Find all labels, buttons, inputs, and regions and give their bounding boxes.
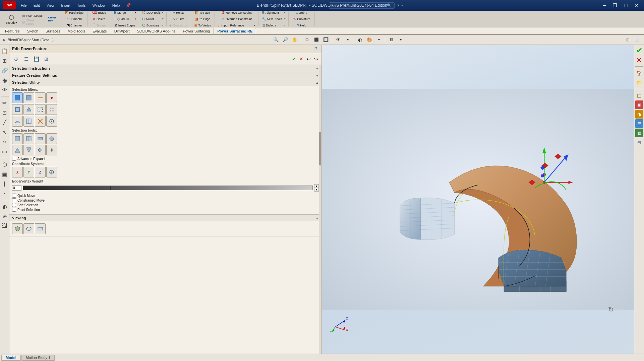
help-button[interactable]: ? Help	[290, 22, 313, 28]
restore-button[interactable]: ❐	[610, 2, 620, 9]
weight-input[interactable]	[12, 185, 21, 191]
filter-pattern-btn[interactable]	[46, 104, 57, 115]
tab-model[interactable]: Model	[1, 355, 21, 361]
color-button[interactable]: 🎨	[365, 36, 374, 44]
filter-body-btn[interactable]	[12, 104, 23, 115]
select-tool-6[interactable]	[23, 145, 34, 155]
table-icon-right[interactable]: ⊞	[635, 138, 643, 147]
select-tool-5[interactable]	[12, 145, 23, 155]
chart-icon-right[interactable]: ▣	[635, 100, 643, 109]
boundary-dropdown-icon[interactable]: ▾	[162, 24, 164, 27]
filter-edge2-btn[interactable]	[35, 116, 46, 127]
viewport[interactable]: Z X Y ↻	[322, 45, 634, 354]
select-tool-8[interactable]	[46, 145, 57, 155]
select-tool-4[interactable]	[46, 133, 57, 144]
config-manager-icon[interactable]: 🔗	[1, 66, 9, 75]
mirror-button[interactable]: ⊟ Mirror ▾	[141, 16, 165, 22]
sketch-icon-strip[interactable]: ✏	[1, 98, 9, 107]
view-flat-btn[interactable]	[35, 223, 46, 234]
chamfer-button[interactable]: ◥ Chamfer	[63, 22, 86, 28]
filter-ring-btn[interactable]	[46, 116, 57, 127]
alignment-button[interactable]: ⊞ Alignment ▾	[260, 11, 287, 16]
bridge-button[interactable]: ⌒ Bridge	[89, 22, 109, 28]
coord-x-btn[interactable]: X	[12, 167, 23, 177]
weight-bar[interactable]	[23, 186, 313, 190]
zoom-area-button[interactable]: 🔎	[281, 36, 290, 44]
dim-xpert-manager-icon[interactable]: ◉	[1, 75, 9, 85]
extrude-button[interactable]: ⬡ Extrude▾	[3, 13, 20, 25]
feature-creation-settings-header[interactable]: Feature Creation Settings ▼	[9, 72, 321, 79]
title-insert-menu[interactable]: Insert	[59, 3, 72, 8]
color-dropdown[interactable]: ▾	[374, 36, 383, 44]
tab-features[interactable]: Features	[1, 28, 23, 34]
quadricize-button[interactable]: ◈ Quadricize	[168, 22, 188, 28]
weight-up-btn[interactable]: ▲	[314, 184, 319, 188]
rect-icon[interactable]: ▭	[1, 147, 9, 156]
quad-fill-button[interactable]: ⊞ Quad Fill ▾	[112, 16, 137, 22]
relax-button[interactable]: ≈ Relax	[168, 11, 188, 16]
tab-power-surfacing[interactable]: Power Surfacing	[179, 28, 214, 34]
ref-axis-icon[interactable]: |	[1, 179, 9, 189]
view-front-button[interactable]: ⬛	[312, 36, 321, 44]
override-constraint-button[interactable]: ⊘ Override Constraint	[217, 16, 257, 22]
smart-dim-icon[interactable]: ⊡	[1, 108, 9, 117]
close-button[interactable]: ✕	[632, 2, 641, 9]
to-face-button[interactable]: ◧ To Face	[192, 11, 213, 16]
coord-y-btn[interactable]: Y	[23, 167, 34, 177]
tab-mold-tools[interactable]: Mold Tools	[64, 28, 89, 34]
pie-icon-right[interactable]: ◑	[635, 110, 643, 119]
appearance-icon-strip[interactable]: ◐	[1, 202, 9, 211]
alignment-dropdown-icon[interactable]: ▾	[284, 11, 286, 14]
pan-button[interactable]: ✋	[290, 36, 299, 44]
epf-icon-4[interactable]: ⊞	[42, 54, 51, 64]
offset-loops-button[interactable]: ⊟ Offset Loops	[20, 19, 44, 25]
import-ref-dropdown-icon[interactable]: ▾	[254, 24, 255, 27]
title-file-menu[interactable]: File	[19, 3, 29, 8]
title-window-menu[interactable]: Window	[91, 3, 108, 8]
mirror-dropdown-icon[interactable]: ▾	[162, 18, 164, 20]
view-wire-btn[interactable]	[23, 223, 34, 234]
selection-utility-header[interactable]: Selection Utility ▲	[9, 79, 321, 86]
selection-instructions-header[interactable]: Selection Instructions ▼	[9, 65, 321, 72]
hard-edge-button[interactable]: ◤ Hard Edge	[63, 11, 86, 16]
title-help-menu[interactable]: Help	[110, 3, 122, 8]
title-tools-menu[interactable]: Tools	[75, 3, 88, 8]
weight-down-btn[interactable]: ▼	[314, 188, 319, 192]
filter-face3-btn[interactable]	[23, 116, 34, 127]
merge-button[interactable]: ⊕ Merge ▾	[112, 11, 137, 16]
filter-edge-btn[interactable]	[35, 92, 46, 103]
folder-icon-right[interactable]: 📁	[635, 78, 643, 87]
erase-button[interactable]: ⌫ Erase	[89, 11, 109, 16]
select-tool-3[interactable]	[35, 133, 46, 144]
tab-motion-study-1[interactable]: Motion Study 1	[21, 355, 55, 361]
epf-accept-button[interactable]: ✔	[291, 55, 297, 63]
tab-surfaces[interactable]: Surfaces	[42, 28, 64, 34]
filter-solid-btn[interactable]	[23, 104, 34, 115]
constrained-move-checkbox[interactable]	[12, 198, 16, 202]
lod-tools-button[interactable]: ⬡ LOD Tools ▾	[141, 11, 165, 16]
maximize-button[interactable]: □	[621, 2, 631, 9]
bar-icon-right[interactable]: ▦	[635, 129, 643, 137]
ref-point-icon[interactable]: ·	[1, 189, 9, 198]
tab-power-surfacing-re[interactable]: Power Surfacing RE	[214, 28, 256, 34]
title-view-menu[interactable]: View	[45, 3, 57, 8]
tab-dimxpert[interactable]: DimXpert	[111, 28, 133, 34]
extrude-dropdown-arrow[interactable]: ▾	[16, 21, 17, 24]
view-display-dropdown[interactable]: ▾	[343, 36, 352, 44]
view-fit-button[interactable]: ◫	[623, 36, 632, 44]
epf-redo-button[interactable]: ↪	[313, 55, 319, 63]
misc-tools-button[interactable]: 🔧 Misc. Tools ▾	[260, 16, 287, 22]
filter-vertex-btn[interactable]	[46, 92, 57, 103]
zoom-to-fit-button[interactable]: 🔍	[272, 36, 280, 44]
filter-loop-btn[interactable]	[35, 104, 46, 115]
zebra-button[interactable]: ≡ Zebra	[290, 11, 313, 16]
dialogs-dropdown-icon[interactable]: ▾	[284, 24, 286, 27]
create-box-button[interactable]: CreateBox	[45, 13, 60, 25]
3d-sketch-icon[interactable]: ⬡	[1, 160, 9, 169]
curve-button[interactable]: ∿ Curve	[168, 16, 188, 22]
merge-dropdown-icon[interactable]: ▾	[135, 11, 136, 14]
expand-icon-right[interactable]: ◱	[635, 91, 643, 100]
insert-loops-button[interactable]: ⊞ Insert Loops	[20, 13, 44, 19]
insert-edges-button[interactable]: ⊠ Insert Edges	[112, 22, 137, 28]
select-tool-2[interactable]	[23, 133, 34, 144]
